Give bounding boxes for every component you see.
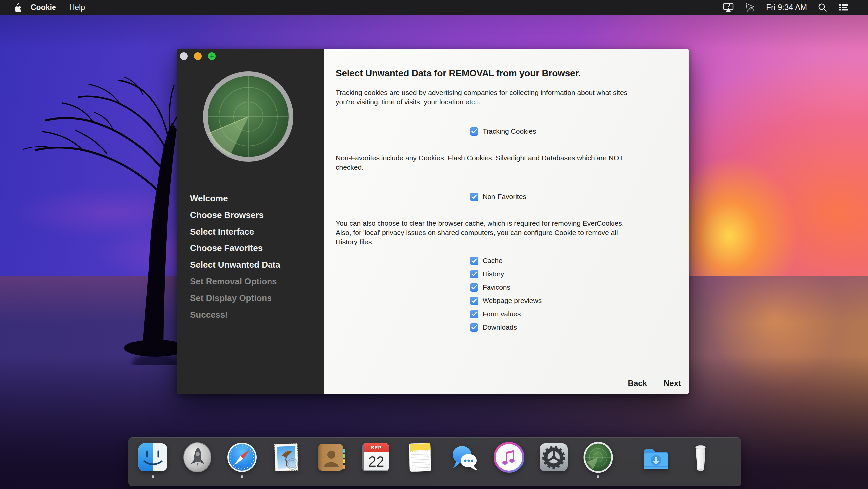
webpage-previews-row: Webpage previews: [470, 294, 542, 307]
wizard-steps: Welcome Choose Browsers Select Interface…: [190, 190, 280, 323]
check-icon: [471, 129, 477, 134]
wizard-nav-buttons: Back Next: [628, 379, 681, 388]
paragraph-line: Also, for 'local' privacy issues on shar…: [336, 228, 624, 237]
favicons-row: Favicons: [470, 281, 542, 294]
running-indicator: [152, 476, 154, 478]
menubar-help-menu[interactable]: Help: [69, 3, 85, 12]
dock-mail-icon[interactable]: [271, 442, 302, 478]
tracking-cookies-checkbox[interactable]: [470, 127, 478, 135]
cache-row: Cache: [470, 254, 542, 267]
step-choose-browsers: Choose Browsers: [190, 207, 280, 223]
spotlight-search-icon[interactable]: [817, 2, 828, 12]
check-icon: [471, 312, 477, 316]
favicons-checkbox[interactable]: [470, 283, 478, 292]
checkbox-label: Form values: [483, 310, 521, 318]
paragraph-line: Tracking cookies are used by advertising…: [336, 88, 627, 97]
paragraph-line: History files.: [336, 237, 624, 247]
dock-downloads-folder-icon[interactable]: [640, 442, 672, 478]
zoom-button[interactable]: [208, 53, 216, 60]
data-checkbox-list: Cache History Favicons Webpage previews …: [470, 254, 542, 334]
page-title: Select Unwanted Data for REMOVAL from yo…: [336, 68, 581, 79]
step-set-removal-options: Set Removal Options: [190, 273, 280, 290]
wizard-sidebar: Welcome Choose Browsers Select Interface…: [177, 49, 324, 394]
notification-center-icon[interactable]: [838, 3, 849, 12]
webpage-previews-checkbox[interactable]: [470, 297, 478, 305]
menu-bar: Cookie Help Fri 9:34 AM: [0, 0, 868, 14]
downloads-checkbox[interactable]: [470, 323, 478, 331]
calendar-month: SEP: [364, 444, 389, 452]
form-values-checkbox[interactable]: [470, 310, 478, 318]
running-indicator: [241, 476, 243, 478]
radar-icon: [200, 68, 297, 166]
wizard-content: Select Unwanted Data for REMOVAL from yo…: [324, 49, 689, 394]
downloads-row: Downloads: [470, 321, 542, 334]
paragraph-line: you're visiting, time of visits, your lo…: [336, 97, 627, 107]
check-icon: [471, 272, 477, 276]
display-icon[interactable]: [723, 2, 734, 12]
dock: SEP 22: [128, 437, 741, 486]
traffic-lights: [180, 53, 216, 60]
dock-finder-icon[interactable]: [137, 442, 169, 478]
running-indicator: [597, 476, 599, 478]
check-icon: [471, 298, 477, 303]
apple-logo-icon: [13, 3, 21, 12]
checkbox-label: Favicons: [483, 283, 510, 291]
paragraph-line: Non-Favorites include any Cookies, Flash…: [336, 154, 623, 163]
tracking-cookies-description: Tracking cookies are used by advertising…: [336, 88, 627, 107]
cache-description: You can also choose to clear the browser…: [336, 219, 624, 247]
tracking-cookies-row: Tracking Cookies: [470, 125, 536, 138]
dock-calendar-icon[interactable]: SEP 22: [360, 442, 392, 478]
non-favorites-description: Non-Favorites include any Cookies, Flash…: [336, 154, 623, 172]
non-favorites-checkbox[interactable]: [470, 193, 478, 201]
paragraph-line: checked.: [336, 163, 623, 172]
dock-itunes-icon[interactable]: [493, 442, 525, 478]
dock-contacts-icon[interactable]: [315, 442, 347, 478]
apple-menu[interactable]: [13, 3, 21, 12]
paragraph-line: You can also choose to clear the browser…: [336, 219, 624, 228]
calendar-day: 22: [364, 452, 389, 471]
dock-cookie-icon[interactable]: [582, 442, 614, 478]
step-welcome: Welcome: [190, 190, 280, 207]
step-choose-favorites: Choose Favorites: [190, 240, 280, 257]
dock-messages-icon[interactable]: [448, 442, 480, 478]
checkbox-label: History: [483, 270, 504, 278]
dock-system-preferences-icon[interactable]: [538, 442, 569, 478]
step-select-interface: Select Interface: [190, 223, 280, 240]
dock-launchpad-icon[interactable]: [181, 442, 213, 478]
check-icon: [471, 325, 477, 330]
step-select-unwanted-data: Select Unwanted Data: [190, 257, 280, 273]
step-set-display-options: Set Display Options: [190, 290, 280, 306]
checkbox-label: Downloads: [483, 323, 517, 331]
check-icon: [471, 258, 477, 263]
history-checkbox[interactable]: [470, 270, 478, 279]
checkbox-label: Cache: [483, 257, 503, 265]
check-icon: [471, 194, 477, 199]
minimize-button[interactable]: [194, 53, 202, 60]
form-values-row: Form values: [470, 307, 542, 321]
history-row: History: [470, 267, 542, 281]
dock-notes-icon[interactable]: [404, 442, 436, 478]
checkbox-label: Tracking Cookies: [483, 127, 536, 135]
next-button[interactable]: Next: [663, 379, 681, 388]
dock-separator: [627, 444, 627, 481]
checkbox-label: Non-Favorites: [483, 193, 526, 201]
dock-safari-icon[interactable]: [226, 442, 258, 478]
checkbox-label: Webpage previews: [483, 297, 542, 305]
cache-checkbox[interactable]: [470, 257, 478, 265]
back-button[interactable]: Back: [628, 379, 647, 388]
menubar-app-name[interactable]: Cookie: [31, 3, 56, 12]
dock-trash-icon[interactable]: [685, 442, 716, 478]
menubar-clock[interactable]: Fri 9:34 AM: [766, 3, 807, 12]
non-favorites-row: Non-Favorites: [470, 190, 526, 203]
close-button[interactable]: [180, 53, 188, 60]
cookie-setup-window: Welcome Choose Browsers Select Interface…: [177, 49, 689, 394]
step-success: Success!: [190, 306, 280, 323]
pointer-icon[interactable]: [745, 2, 755, 12]
check-icon: [471, 285, 477, 290]
